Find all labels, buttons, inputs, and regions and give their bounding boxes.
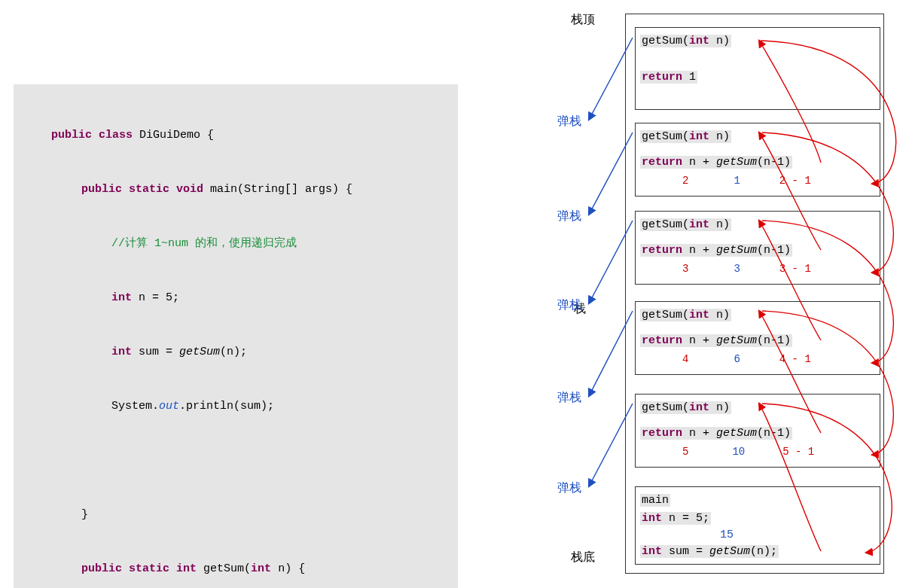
page: public class DiGuiDemo { public static v… <box>0 0 912 588</box>
stack-container: getSum(int n) return 1 getSum(int n) ret… <box>625 14 884 574</box>
label-stack-bottom: 栈底 <box>571 550 595 565</box>
stack-frame-1: getSum(int n) return 1 <box>635 27 880 110</box>
pop-label-4: 弹栈 <box>557 390 581 406</box>
pop-label-2: 弹栈 <box>557 209 581 224</box>
stack-frame-4: getSum(int n) return n + getSum(n-1) 464… <box>635 301 880 375</box>
pop-label-1: 弹栈 <box>557 114 581 129</box>
pop-label-5: 弹栈 <box>557 480 581 496</box>
code-block: public class DiGuiDemo { public static v… <box>14 84 458 588</box>
stack-frame-2: getSum(int n) return n + getSum(n-1) 212… <box>635 123 880 197</box>
stack-frame-3: getSum(int n) return n + getSum(n-1) 333… <box>635 211 880 285</box>
label-stack-top: 栈顶 <box>571 12 595 28</box>
stack-frame-main: main int n = 5; 15 int sum = getSum(n); <box>635 486 880 565</box>
stack-frame-5: getSum(int n) return n + getSum(n-1) 510… <box>635 394 880 468</box>
pop-label-3: 弹栈 <box>557 297 581 313</box>
